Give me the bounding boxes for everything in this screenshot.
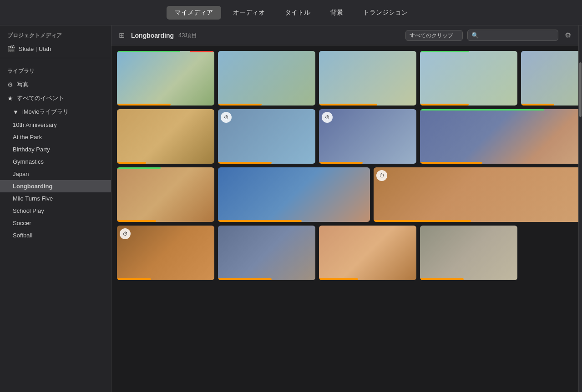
clip-grid: ⏱ ⏱	[111, 45, 578, 392]
disclosure-icon: ▼	[13, 109, 19, 116]
sidebar-item-imovie-library[interactable]: ▼ iMovieライブラリ	[0, 105, 111, 119]
clip-thumb[interactable]	[420, 51, 517, 106]
clip-thumb[interactable]	[319, 51, 416, 106]
clip-row-3: ⏱	[117, 167, 573, 222]
clip-thumb[interactable]	[420, 226, 517, 280]
sidebar-item-skate-utah[interactable]: 🎬 Skate | Utah	[0, 42, 111, 55]
clip-thumb[interactable]: ⏱	[117, 226, 214, 280]
sidebar-event-milo-turns-five[interactable]: Milo Turns Five	[0, 192, 111, 205]
sidebar-item-photos[interactable]: ⚙ 写真	[0, 78, 111, 91]
film-icon: 🎬	[7, 45, 15, 52]
clip-thumb[interactable]	[117, 51, 214, 106]
sidebar-event-gymnastics[interactable]: Gymnastics	[0, 156, 111, 168]
slow-motion-icon: ⏱	[221, 112, 232, 123]
sidebar: プロジェクトメディア 🎬 Skate | Utah ライブラリ ⚙ 写真 ★ す…	[0, 25, 111, 392]
slow-motion-icon: ⏱	[120, 228, 131, 239]
content-header: ⊞ Longboarding 43項目 すべてのクリップ 🔍 ⚙	[111, 25, 578, 45]
scrollbar[interactable]	[578, 25, 582, 392]
tab-audio[interactable]: オーディオ	[225, 6, 273, 20]
clip-row-2: ⏱ ⏱	[117, 109, 573, 164]
sidebar-event-birthday-party[interactable]: Birthday Party	[0, 143, 111, 156]
sidebar-item-all-events[interactable]: ★ すべてのイベント	[0, 91, 111, 105]
clip-row-1	[117, 51, 573, 106]
photos-icon: ⚙	[7, 81, 13, 88]
view-toggle-button[interactable]: ⊞	[117, 29, 127, 41]
sidebar-event-at-the-park[interactable]: At the Park	[0, 131, 111, 143]
settings-button[interactable]: ⚙	[563, 29, 573, 41]
slow-motion-icon: ⏱	[322, 112, 333, 123]
tab-transitions[interactable]: トランジション	[355, 6, 416, 20]
sidebar-event-longboarding[interactable]: Longboarding	[0, 180, 111, 192]
clip-thumb[interactable]	[218, 226, 315, 280]
tab-titles[interactable]: タイトル	[277, 6, 319, 20]
clip-thumb[interactable]	[218, 51, 315, 106]
sidebar-event-school-play[interactable]: School Play	[0, 205, 111, 217]
clip-thumb[interactable]	[319, 226, 416, 280]
slow-motion-icon: ⏱	[376, 170, 387, 181]
sidebar-divider	[0, 58, 111, 58]
clip-thumb[interactable]	[521, 51, 578, 106]
clip-thumb[interactable]	[218, 167, 370, 222]
star-icon: ★	[7, 95, 13, 102]
sidebar-event-10th-anniversary[interactable]: 10th Anniversary	[0, 119, 111, 131]
content-title: Longboarding	[131, 32, 174, 39]
search-box: 🔍	[467, 30, 558, 41]
content-count: 43項目	[178, 31, 197, 40]
main-layout: プロジェクトメディア 🎬 Skate | Utah ライブラリ ⚙ 写真 ★ す…	[0, 25, 582, 392]
tab-backgrounds[interactable]: 背景	[322, 6, 351, 20]
sidebar-event-softball[interactable]: Softball	[0, 229, 111, 241]
project-section-title: プロジェクトメディア	[0, 25, 111, 42]
clip-thumb[interactable]: ⏱	[319, 109, 416, 164]
filter-select[interactable]: すべてのクリップ	[405, 30, 463, 41]
sidebar-event-soccer[interactable]: Soccer	[0, 217, 111, 229]
content-area: ⊞ Longboarding 43項目 すべてのクリップ 🔍 ⚙	[111, 25, 578, 392]
tab-my-media[interactable]: マイメディア	[167, 6, 221, 20]
sidebar-event-japan[interactable]: Japan	[0, 168, 111, 180]
clip-thumb[interactable]: ⏱	[218, 109, 315, 164]
library-section-title: ライブラリ	[0, 61, 111, 78]
search-icon: 🔍	[471, 32, 479, 39]
scrollbar-thumb[interactable]	[579, 62, 582, 117]
clip-thumb[interactable]	[420, 109, 578, 164]
search-input[interactable]	[481, 32, 554, 39]
clip-thumb[interactable]: ⏱	[374, 167, 578, 222]
top-toolbar: マイメディア オーディオ タイトル 背景 トランジション	[0, 0, 582, 25]
clip-thumb[interactable]	[117, 109, 214, 164]
clip-row-4: ⏱	[117, 226, 573, 280]
clip-thumb[interactable]	[117, 167, 214, 222]
